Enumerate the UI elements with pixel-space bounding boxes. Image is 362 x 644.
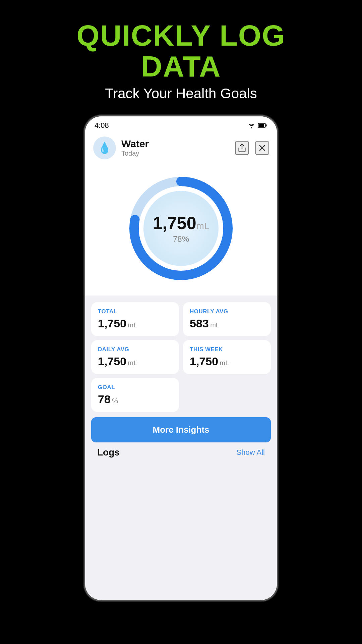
header-actions [235,141,269,155]
water-drop-icon: 💧 [98,142,111,154]
stat-value-total: 1,750 mL [98,317,172,330]
water-icon-circle: 💧 [93,137,116,159]
stat-label-this-week: THIS WEEK [190,346,264,353]
stat-card-total: TOTAL 1,750 mL [91,302,179,336]
goal-card: GOAL 78 % [91,378,179,412]
stat-label-daily-avg: DAILY AVG [98,346,172,353]
share-button[interactable] [235,141,249,155]
goal-empty-card [183,378,271,412]
water-title: Water [121,138,235,150]
stats-grid: TOTAL 1,750 mL HOURLY AVG 583 mL DAILY A… [91,302,271,374]
svg-rect-1 [266,124,267,126]
close-button[interactable] [255,141,269,155]
chart-area: 1,750mL 78% [85,165,277,296]
stat-value-daily-avg: 1,750 mL [98,355,172,368]
status-bar: 4:08 [85,116,277,132]
goal-label: GOAL [98,384,172,391]
goal-value: 78 [98,393,111,406]
value-number: 1,750 [153,213,196,233]
value-unit: mL [196,221,209,231]
stats-section: TOTAL 1,750 mL HOURLY AVG 583 mL DAILY A… [85,296,277,600]
status-icons [247,122,267,128]
donut-center: 1,750mL 78% [153,213,209,244]
show-all-link[interactable]: Show All [237,448,265,457]
goal-row: GOAL 78 % [91,378,271,412]
more-insights-button[interactable]: More Insights [91,417,271,442]
logs-title: Logs [97,447,120,458]
main-title: QUICKLY LOG DATA [76,20,285,82]
goal-unit: % [112,397,118,405]
wifi-icon [247,122,255,128]
svg-rect-2 [259,124,264,127]
header-text: Water Today [121,138,235,157]
stat-card-hourly-avg: HOURLY AVG 583 mL [183,302,271,336]
title-line2: DATA [141,50,221,83]
phone-frame: 4:08 💧 Water Today [84,115,278,601]
stat-label-hourly-avg: HOURLY AVG [190,308,264,315]
close-icon [257,143,267,153]
battery-icon [258,123,267,128]
stat-label-total: TOTAL [98,308,172,315]
donut-chart: 1,750mL 78% [124,171,238,285]
donut-percent: 78% [153,234,209,244]
stat-value-this-week: 1,750 mL [190,355,264,368]
share-icon [237,143,247,153]
goal-value-container: 78 % [98,393,172,406]
subtitle: Track Your Health Goals [76,86,285,102]
promo-header: QUICKLY LOG DATA Track Your Health Goals [76,20,285,102]
logs-section: Logs Show All [91,447,271,461]
stat-card-daily-avg: DAILY AVG 1,750 mL [91,340,179,374]
today-label: Today [121,150,235,157]
stat-value-hourly-avg: 583 mL [190,317,264,330]
title-line1: QUICKLY LOG [76,19,285,52]
donut-value: 1,750mL [153,213,209,233]
status-time: 4:08 [95,121,109,130]
stat-card-this-week: THIS WEEK 1,750 mL [183,340,271,374]
app-header: 💧 Water Today [85,132,277,165]
